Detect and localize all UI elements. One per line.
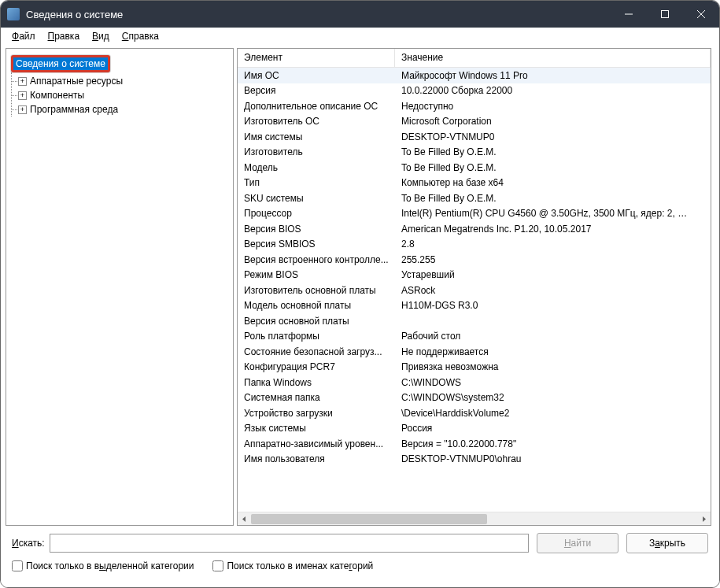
table-row[interactable]: Версия SMBIOS2.8 bbox=[238, 237, 711, 253]
close-dialog-button[interactable]: Закрыть bbox=[626, 533, 708, 553]
cell-value: DESKTOP-VTNMUP0 bbox=[395, 131, 711, 142]
table-row[interactable]: Аппаратно-зависимый уровен...Версия = "1… bbox=[238, 436, 711, 452]
window-title: Сведения о системе bbox=[26, 9, 611, 20]
table-row[interactable]: Устройство загрузки\Device\HarddiskVolum… bbox=[238, 405, 711, 421]
chk-selected-category-box[interactable] bbox=[12, 560, 23, 571]
table-row[interactable]: Роль платформыРабочий стол bbox=[238, 329, 711, 345]
search-input[interactable] bbox=[50, 534, 529, 553]
menu-edit[interactable]: Правка bbox=[42, 29, 87, 43]
horizontal-scrollbar[interactable] bbox=[238, 512, 711, 525]
table-row[interactable]: Язык системыРоссия bbox=[238, 421, 711, 437]
table-row[interactable]: Модель основной платыH110M-DGS R3.0 bbox=[238, 298, 711, 314]
cell-value: 2.8 bbox=[395, 239, 711, 250]
chk-selected-category[interactable]: Поиск только в выделенной категории bbox=[12, 560, 194, 571]
find-button[interactable]: Найти bbox=[537, 533, 618, 553]
cell-element: Режим BIOS bbox=[238, 269, 395, 280]
scroll-thumb[interactable] bbox=[251, 514, 487, 524]
table-row[interactable]: Имя ОСМайкрософт Windows 11 Pro bbox=[238, 68, 711, 83]
table-row[interactable]: Имя пользователяDESKTOP-VTNMUP0\ohrau bbox=[238, 452, 711, 468]
table-row[interactable]: Версия BIOSAmerican Megatrends Inc. P1.2… bbox=[238, 221, 711, 237]
cell-element: Конфигурация PCR7 bbox=[238, 361, 395, 372]
cell-value: Не поддерживается bbox=[395, 346, 711, 357]
tree-pane: Сведения о системе + Аппаратные ресурсы … bbox=[6, 48, 234, 526]
table-row[interactable]: Изготовитель основной платыASRock bbox=[238, 283, 711, 298]
col-value[interactable]: Значение bbox=[395, 49, 711, 67]
table-row[interactable]: ПроцессорIntel(R) Pentium(R) CPU G4560 @… bbox=[238, 206, 711, 222]
tree-item-components[interactable]: + Компоненты bbox=[12, 88, 231, 102]
table-row[interactable]: Системная папкаC:\WINDOWS\system32 bbox=[238, 390, 711, 406]
cell-value: To Be Filled By O.E.M. bbox=[395, 146, 711, 157]
tree-item-hardware[interactable]: + Аппаратные ресурсы bbox=[12, 74, 231, 88]
table-row[interactable]: Режим BIOSУстаревший bbox=[238, 268, 711, 283]
cell-element: Тип bbox=[238, 177, 395, 188]
table-row[interactable]: Папка WindowsC:\WINDOWS bbox=[238, 375, 711, 390]
table-row[interactable]: Имя системыDESKTOP-VTNMUP0 bbox=[238, 129, 711, 145]
chk-category-names[interactable]: Поиск только в именах категорий bbox=[212, 560, 373, 571]
cell-element: Версия встроенного контролле... bbox=[238, 254, 395, 265]
cell-element: Устройство загрузки bbox=[238, 408, 395, 419]
tree-item-label: Аппаратные ресурсы bbox=[30, 76, 123, 87]
cell-value: \Device\HarddiskVolume2 bbox=[395, 408, 711, 419]
table-row[interactable]: Версия основной платы bbox=[238, 313, 711, 329]
cell-element: Версия bbox=[238, 85, 395, 96]
col-element[interactable]: Элемент bbox=[238, 49, 395, 67]
cell-value: Майкрософт Windows 11 Pro bbox=[395, 70, 711, 81]
app-icon bbox=[7, 8, 20, 20]
cell-element: Роль платформы bbox=[238, 331, 395, 342]
table-header: Элемент Значение bbox=[238, 49, 711, 68]
cell-value: C:\WINDOWS bbox=[395, 377, 711, 388]
minimize-button[interactable] bbox=[611, 1, 647, 28]
table-row[interactable]: Состояние безопасной загруз...Не поддерж… bbox=[238, 344, 711, 360]
cell-element: Модель основной платы bbox=[238, 300, 395, 311]
table-row[interactable]: Версия10.0.22000 Сборка 22000 bbox=[238, 83, 711, 99]
cell-element: Версия основной платы bbox=[238, 316, 395, 327]
bottom-bar: Искать: Найти Закрыть Поиск только в выд… bbox=[1, 527, 719, 587]
menu-view[interactable]: Вид bbox=[86, 29, 116, 43]
scroll-left-icon[interactable] bbox=[238, 512, 251, 525]
cell-value: Устаревший bbox=[395, 269, 711, 280]
expander-icon[interactable]: + bbox=[18, 77, 27, 86]
cell-element: Изготовитель ОС bbox=[238, 116, 395, 127]
table-row[interactable]: ИзготовительTo Be Filled By O.E.M. bbox=[238, 145, 711, 161]
menu-file[interactable]: Файл bbox=[6, 29, 42, 43]
expander-icon[interactable]: + bbox=[18, 105, 27, 114]
menu-help[interactable]: Справка bbox=[116, 29, 165, 43]
cell-element: Аппаратно-зависимый уровен... bbox=[238, 438, 395, 449]
cell-value: Привязка невозможна bbox=[395, 361, 711, 372]
cell-value: Рабочий стол bbox=[395, 331, 711, 342]
cell-value: Версия = "10.0.22000.778" bbox=[395, 438, 711, 449]
cell-element: Язык системы bbox=[238, 423, 395, 434]
svg-rect-1 bbox=[662, 11, 669, 18]
tree-root-system-summary[interactable]: Сведения о системе bbox=[11, 55, 110, 72]
cell-value: Недоступно bbox=[395, 101, 711, 112]
cell-value: To Be Filled By O.E.M. bbox=[395, 193, 711, 204]
maximize-button[interactable] bbox=[647, 1, 683, 28]
table-row[interactable]: SKU системыTo Be Filled By O.E.M. bbox=[238, 190, 711, 206]
table-row[interactable]: Дополнительное описание ОСНедоступно bbox=[238, 98, 711, 114]
chk-category-names-box[interactable] bbox=[212, 560, 223, 571]
cell-element: Состояние безопасной загруз... bbox=[238, 346, 395, 357]
cell-value: 10.0.22000 Сборка 22000 bbox=[395, 85, 711, 96]
table-row[interactable]: Изготовитель ОСMicrosoft Corporation bbox=[238, 114, 711, 130]
cell-element: Имя системы bbox=[238, 131, 395, 142]
cell-value: Компьютер на базе x64 bbox=[395, 177, 711, 188]
tree-item-software[interactable]: + Программная среда bbox=[12, 102, 231, 116]
table-row[interactable]: ТипКомпьютер на базе x64 bbox=[238, 176, 711, 191]
cell-value: H110M-DGS R3.0 bbox=[395, 300, 711, 311]
search-label: Искать: bbox=[12, 538, 45, 549]
table-row[interactable]: МодельTo Be Filled By O.E.M. bbox=[238, 160, 711, 176]
scroll-right-icon[interactable] bbox=[697, 512, 711, 525]
svg-marker-5 bbox=[703, 516, 706, 522]
cell-element: Модель bbox=[238, 162, 395, 173]
cell-value: Россия bbox=[395, 423, 711, 434]
table-row[interactable]: Версия встроенного контролле...255.255 bbox=[238, 252, 711, 268]
cell-value: C:\WINDOWS\system32 bbox=[395, 392, 711, 403]
cell-value: Microsoft Corporation bbox=[395, 116, 711, 127]
cell-value: American Megatrends Inc. P1.20, 10.05.20… bbox=[395, 224, 711, 235]
expander-icon[interactable]: + bbox=[18, 91, 27, 100]
close-button[interactable] bbox=[683, 1, 719, 28]
table-row[interactable]: Конфигурация PCR7Привязка невозможна bbox=[238, 360, 711, 375]
cell-value: Intel(R) Pentium(R) CPU G4560 @ 3.50GHz,… bbox=[395, 208, 711, 219]
cell-element: Изготовитель bbox=[238, 146, 395, 157]
cell-element: Процессор bbox=[238, 208, 395, 219]
